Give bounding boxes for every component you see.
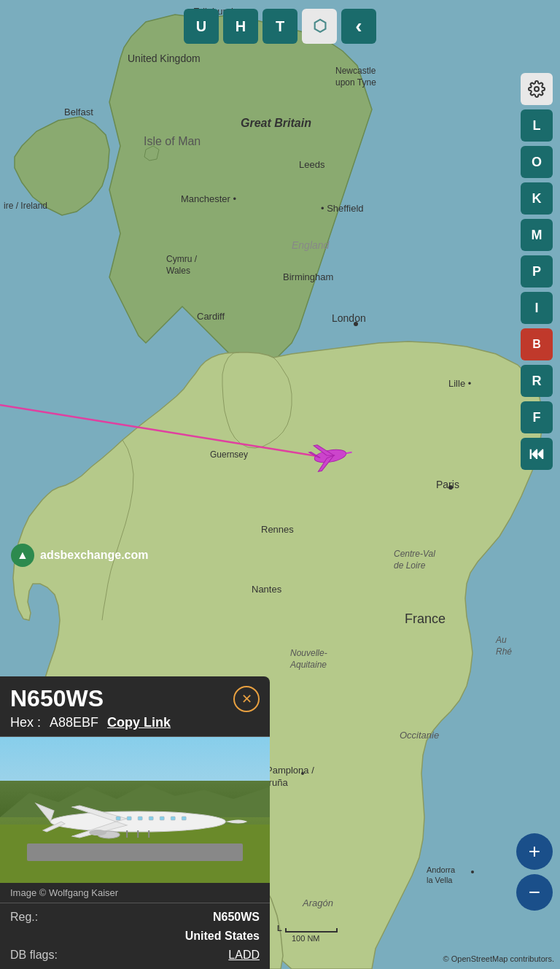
sidebar-l-button[interactable]: L xyxy=(521,109,553,142)
flight-panel: N650WS ✕ Hex : A88EBF Copy Link xyxy=(0,676,270,969)
svg-point-17 xyxy=(89,830,106,835)
svg-rect-9 xyxy=(116,816,120,820)
flight-image xyxy=(0,737,270,883)
svg-rect-11 xyxy=(138,816,142,820)
toolbar-h-button[interactable]: H xyxy=(223,9,258,44)
hex-value: A88EBF xyxy=(50,715,98,730)
country-value: United States xyxy=(185,930,260,943)
copy-link-button[interactable]: Copy Link xyxy=(107,715,171,730)
reg-label: Reg.: xyxy=(10,911,38,924)
svg-point-8 xyxy=(50,811,225,832)
flight-details: Reg.: N650WS United States DB flags: LAD… xyxy=(0,903,270,969)
image-credit: Image © Wolfgang Kaiser xyxy=(0,883,270,903)
watermark-text: adsbexchange.com xyxy=(40,549,149,562)
flight-callsign: N650WS xyxy=(10,685,104,712)
dbflags-label: DB flags: xyxy=(10,949,58,962)
detail-row-country: United States xyxy=(10,928,260,944)
settings-button[interactable] xyxy=(521,73,553,105)
sidebar-p-button[interactable]: P xyxy=(521,255,553,287)
svg-rect-14 xyxy=(171,816,175,820)
scale-label: 100 NM xyxy=(292,934,320,943)
svg-point-5 xyxy=(301,772,304,775)
flight-hex-row: Hex : A88EBF Copy Link xyxy=(0,715,270,736)
sidebar-i-button[interactable]: I xyxy=(521,292,553,324)
flight-close-button[interactable]: ✕ xyxy=(233,686,260,712)
svg-rect-10 xyxy=(127,816,131,820)
svg-point-6 xyxy=(471,870,474,873)
svg-point-4 xyxy=(448,485,453,490)
watermark-logo: ▲ xyxy=(11,544,34,567)
toolbar-layers-button[interactable]: ⬡ xyxy=(302,9,337,44)
right-sidebar: L O K M P I B R F ⏮ xyxy=(521,73,553,470)
toolbar-u-button[interactable]: U xyxy=(184,9,219,44)
sidebar-r-button[interactable]: R xyxy=(521,365,553,397)
attribution: © OpenStreetMap contributors. xyxy=(443,954,554,963)
toolbar-back-button[interactable]: ‹ xyxy=(341,9,376,44)
map-container: Edinburgh United Kingdom Belfast Newcast… xyxy=(0,0,560,969)
watermark: ▲ adsbexchange.com xyxy=(11,544,149,567)
sidebar-o-button[interactable]: O xyxy=(521,146,553,178)
zoom-controls: + − xyxy=(516,833,553,911)
toolbar-t-button[interactable]: T xyxy=(262,9,298,44)
svg-point-3 xyxy=(354,322,358,326)
detail-row-dbflags: DB flags: LADD xyxy=(10,947,260,963)
svg-rect-15 xyxy=(182,816,186,820)
sidebar-k-button[interactable]: K xyxy=(521,182,553,215)
svg-rect-12 xyxy=(149,816,153,820)
zoom-in-button[interactable]: + xyxy=(516,833,553,870)
detail-row-reg: Reg.: N650WS xyxy=(10,909,260,925)
svg-point-7 xyxy=(534,87,539,91)
replay-button[interactable]: ⏮ xyxy=(521,438,553,470)
reg-value: N650WS xyxy=(213,911,260,924)
zoom-out-button[interactable]: − xyxy=(516,874,553,911)
hex-label: Hex : xyxy=(10,715,41,730)
top-toolbar: U H T ⬡ ‹ xyxy=(184,9,376,44)
sidebar-b-button[interactable]: B xyxy=(521,328,553,360)
sidebar-f-button[interactable]: F xyxy=(521,401,553,433)
dbflags-value[interactable]: LADD xyxy=(228,949,260,962)
sidebar-m-button[interactable]: M xyxy=(521,219,553,251)
scale-bar: L 100 NM xyxy=(277,924,338,943)
svg-rect-13 xyxy=(160,816,164,820)
flight-panel-header: N650WS ✕ xyxy=(0,676,270,715)
